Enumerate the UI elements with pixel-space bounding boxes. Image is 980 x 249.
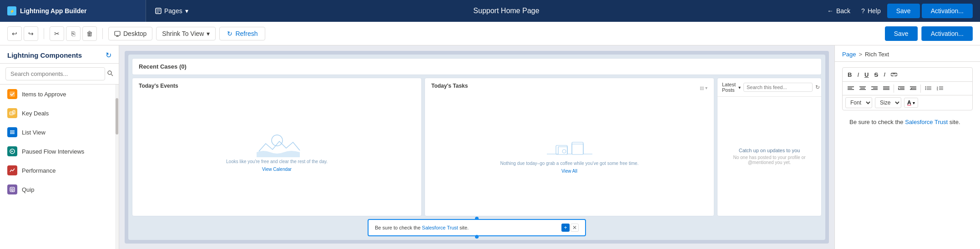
resize-handle-bottom[interactable] (475, 235, 479, 239)
canvas-middle-row: Today's Events Looks like you're free an… (132, 78, 822, 216)
rte-ordered-list-button[interactable]: 1.2.3. (935, 84, 945, 93)
shrink-to-view-dropdown[interactable]: Shrink To View ▾ (156, 27, 216, 40)
app-icon: ⚡ (7, 6, 16, 15)
activation-button[interactable]: Activation... (922, 4, 973, 18)
rte-bold-button[interactable]: B (845, 70, 854, 80)
rte-align-justify-button[interactable] (881, 84, 892, 93)
tasks-illustration (542, 134, 597, 159)
pages-chevron-icon: ▾ (185, 7, 188, 15)
properties-body-text: Be sure to check the Salesforce Trust si… (842, 110, 973, 134)
components-refresh-button[interactable]: ↻ (106, 51, 111, 60)
component-performance[interactable]: Performance (0, 161, 115, 180)
feed-body: Catch up on updates to you No one has po… (717, 97, 821, 216)
view-calendar-link[interactable]: View Calendar (262, 167, 292, 172)
copy-button[interactable]: ⎘ (66, 26, 81, 41)
component-key-deals[interactable]: Key Deals (0, 104, 115, 123)
component-quip[interactable]: Q Quip (0, 180, 115, 199)
svg-point-44 (925, 89, 926, 90)
properties-trust-link[interactable]: Salesforce Trust (905, 119, 948, 125)
shrink-label: Shrink To View (162, 30, 204, 37)
rte-strike-button[interactable]: S (872, 70, 880, 80)
recent-cases-title: Recent Cases (0) (139, 63, 187, 70)
main-layout: Lightning Components ↻ Items to Approve (0, 45, 980, 249)
rte-indent-button[interactable] (896, 84, 907, 93)
feed-label: Latest Posts (722, 82, 736, 93)
svg-text:Q: Q (11, 188, 14, 192)
component-search-input[interactable] (5, 67, 105, 80)
rte-font-selector[interactable]: Font (845, 97, 872, 108)
undo-button[interactable]: ↩ (7, 26, 22, 41)
todays-tasks-card: Today's Tasks ▤ ▾ Nothing due today–go g… (424, 78, 714, 216)
todays-tasks-body: Nothing due today–go grab a coffee while… (431, 96, 707, 211)
canvas-inner: Recent Cases (0) Today's Events (125, 51, 829, 244)
items-to-approve-icon (7, 89, 17, 99)
components-panel-header: Lightning Components ↻ (0, 45, 119, 64)
top-navigation: ⚡ Lightning App Builder Pages ▾ Support … (0, 0, 980, 22)
device-label: Desktop (123, 30, 146, 37)
history-actions: ↩ ↪ (7, 26, 38, 41)
toolbar-separator-1 (44, 28, 44, 39)
todays-tasks-title: Today's Tasks (431, 83, 468, 89)
feed-search-input[interactable] (743, 83, 813, 92)
rte-align-left-button[interactable] (845, 84, 856, 93)
performance-label: Performance (22, 167, 56, 174)
rte-align-right-button[interactable] (869, 84, 880, 93)
view-all-link[interactable]: View All (561, 169, 577, 174)
pages-dropdown[interactable]: Pages ▾ (146, 0, 197, 22)
breadcrumb-page-link[interactable]: Page (842, 51, 856, 58)
svg-point-23 (562, 149, 566, 153)
properties-panel-header: Page > Rich Text (835, 45, 980, 62)
rte-underline-button[interactable]: U (862, 70, 871, 80)
toolbar-activation-button[interactable]: Activation... (921, 26, 973, 41)
canvas-bottom-text-block[interactable]: Be sure to check the Salesforce Trust si… (368, 219, 586, 236)
rte-size-selector[interactable]: Size (875, 97, 901, 108)
remove-component-button[interactable]: ✕ (571, 224, 579, 232)
tasks-empty-text: Nothing due today–go grab a coffee while… (500, 161, 638, 166)
rte-italic-alt-button[interactable]: I (881, 70, 888, 80)
help-button[interactable]: ? Help (857, 5, 885, 17)
component-search-button[interactable] (107, 70, 113, 78)
refresh-icon: ↻ (227, 30, 232, 37)
svg-rect-11 (10, 91, 15, 97)
color-label: A (907, 100, 911, 106)
rte-format-row: B I U S I (843, 68, 972, 82)
component-items-to-approve[interactable]: Items to Approve (0, 85, 115, 104)
feed-dropdown-icon[interactable]: ▾ (738, 85, 741, 90)
tasks-actions: ▤ ▾ (700, 85, 707, 90)
svg-rect-13 (13, 110, 15, 114)
feed-refresh-button[interactable]: ↻ (815, 84, 820, 90)
rte-link-button[interactable] (889, 70, 899, 80)
redo-button[interactable]: ↪ (24, 26, 38, 41)
page-title: Support Home Page (197, 7, 815, 15)
rte-italic-button[interactable]: I (855, 70, 861, 80)
component-paused-flow-interviews[interactable]: Paused Flow Interviews (0, 142, 115, 161)
edit-actions: ✂ ⎘ 🗑 (50, 26, 97, 41)
rte-align-center-button[interactable] (857, 84, 868, 93)
add-component-button[interactable]: + (561, 224, 570, 232)
toolbar-save-button[interactable]: Save (885, 26, 918, 41)
cut-button[interactable]: ✂ (50, 26, 64, 41)
breadcrumb-separator: > (859, 51, 862, 58)
rte-unordered-list-button[interactable] (923, 84, 934, 93)
salesforce-trust-link[interactable]: Salesforce Trust (422, 225, 458, 230)
rte-outdent-button[interactable] (908, 84, 919, 93)
toolbar-separator-2 (102, 28, 103, 39)
events-illustration (250, 132, 304, 157)
svg-text:⚡: ⚡ (10, 9, 15, 14)
rte-color-button[interactable]: A ▾ (904, 98, 918, 108)
quip-icon: Q (7, 184, 17, 194)
list-view-label: List View (22, 129, 45, 136)
breadcrumb: Page > Rich Text (842, 51, 973, 58)
device-selector[interactable]: Desktop (108, 27, 152, 40)
components-list: Items to Approve Key Deals List View (0, 85, 115, 249)
app-branding: ⚡ Lightning App Builder (0, 0, 146, 22)
delete-button[interactable]: 🗑 (82, 26, 97, 41)
back-button[interactable]: ← Back (823, 5, 855, 17)
help-icon: ? (861, 7, 865, 15)
left-panel-scrollbar[interactable] (115, 85, 119, 249)
component-list-view[interactable]: List View (0, 123, 115, 142)
bottom-text-content: Be sure to check the Salesforce Trust si… (375, 225, 469, 230)
scrollbar-thumb (116, 98, 118, 134)
refresh-button[interactable]: ↻ Refresh (219, 27, 265, 40)
save-button[interactable]: Save (887, 4, 920, 18)
